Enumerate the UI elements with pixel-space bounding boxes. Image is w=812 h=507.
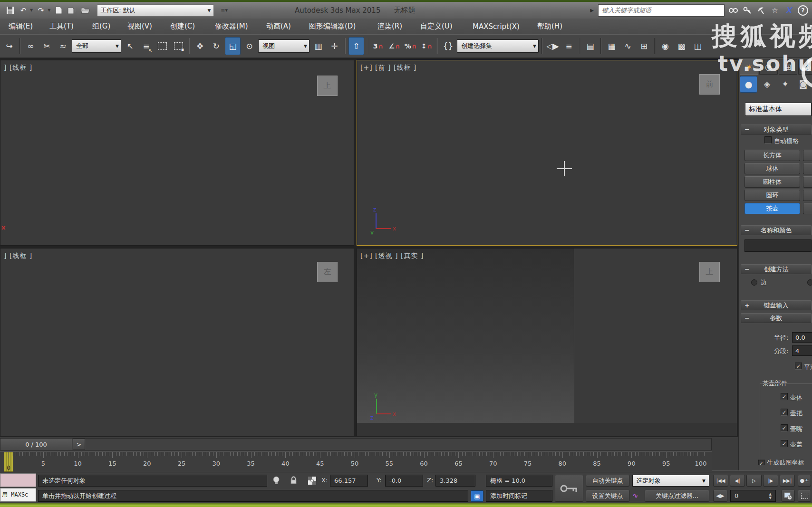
object-button-clipped[interactable] xyxy=(803,176,812,188)
y-coordinate-field[interactable]: -0.0 xyxy=(385,475,423,487)
object-name-input[interactable] xyxy=(744,239,812,252)
viewport-bottom-left[interactable]: ] [线框 ] 左 xyxy=(0,248,354,436)
menu-8[interactable]: 图形编辑器(D) xyxy=(306,19,358,34)
viewport-top-left[interactable]: ] [线框 ] 上 x xyxy=(0,60,354,246)
rollout-parameters[interactable]: − 参数 xyxy=(741,313,812,323)
infocenter-collapse-icon[interactable]: ▶ xyxy=(590,8,594,13)
fetch-icon[interactable] xyxy=(67,6,77,15)
redo-arrow-icon[interactable]: ↪ xyxy=(2,38,17,55)
time-configuration-button[interactable] xyxy=(782,490,795,502)
rollout-creation-method[interactable]: − 创建方法 xyxy=(741,264,812,274)
curve-editor-icon[interactable]: ∿ xyxy=(620,38,635,55)
current-frame-field[interactable]: 0 ▲▼ xyxy=(730,490,776,502)
use-pivot-center-icon[interactable]: ▥ xyxy=(311,38,326,55)
exchange-apps-icon[interactable]: X xyxy=(784,6,793,15)
ribbon-toggle-icon[interactable]: ▦ xyxy=(604,38,619,55)
frame-spinner[interactable]: ▲▼ xyxy=(769,492,772,500)
key-mode-toggle-button[interactable]: ◀▶ xyxy=(713,490,727,502)
key-curve-icon[interactable]: ∿ xyxy=(632,491,638,500)
selection-filter-dropdown[interactable]: 全部▼ xyxy=(72,39,121,53)
rect-selection-region-icon[interactable] xyxy=(155,38,170,55)
object-button-5[interactable]: 茶壶 xyxy=(744,203,800,214)
bind-to-spacewarp-icon[interactable]: ≈ xyxy=(56,38,70,55)
x-coordinate-field[interactable]: 66.157 xyxy=(330,475,368,487)
named-selection-dropdown[interactable]: 创建选择集▼ xyxy=(457,39,539,53)
save-icon[interactable] xyxy=(5,6,15,15)
go-to-start-button[interactable]: |◀◀ xyxy=(713,475,728,487)
viewcube-bottom-left[interactable]: 左 xyxy=(317,262,338,282)
zoom-keys-button[interactable]: ●± xyxy=(798,475,811,487)
edit-named-selection-icon[interactable]: {} xyxy=(441,38,455,55)
open-file-icon[interactable] xyxy=(80,6,90,15)
favorites-star-icon[interactable]: ☆ xyxy=(770,6,780,15)
redo-icon[interactable]: ↷ xyxy=(36,6,46,15)
schematic-view-icon[interactable]: ⊞ xyxy=(637,38,651,55)
time-slider-handle[interactable]: 0 / 100 xyxy=(0,439,72,450)
radius-field[interactable]: 0.0 xyxy=(792,332,812,343)
align-icon[interactable]: ≡ xyxy=(561,38,576,55)
mirror-icon[interactable]: ◁▶ xyxy=(545,38,560,55)
time-slider[interactable]: 0 / 100 > xyxy=(0,438,712,450)
select-and-move-icon[interactable]: ✥ xyxy=(193,38,207,55)
autogrid-checkbox[interactable] xyxy=(764,136,772,143)
menu-4[interactable]: 视图(V) xyxy=(125,19,155,34)
teapot-part-checkbox-3[interactable]: ✓ xyxy=(781,424,788,431)
tab-motion[interactable]: ◎ xyxy=(798,59,812,75)
select-by-name-icon[interactable]: ≡ xyxy=(139,38,154,55)
next-frame-button[interactable]: |▶ xyxy=(763,475,778,487)
category-lights[interactable]: ✦ xyxy=(777,76,793,92)
select-and-manipulate-icon[interactable]: ✛ xyxy=(327,38,342,55)
rollout-name-color[interactable]: − 名称和颜色 xyxy=(741,225,812,235)
workspace-flyout-icon[interactable]: ≡▾ xyxy=(221,7,228,13)
select-and-rotate-icon[interactable]: ↻ xyxy=(209,38,223,55)
snap-toggle-3d-icon[interactable]: 3 xyxy=(371,38,386,55)
menu-5[interactable]: 创建(C) xyxy=(167,19,198,34)
percent-snap-icon[interactable]: % xyxy=(403,38,418,55)
new-scene-icon[interactable] xyxy=(53,6,64,15)
select-object-icon[interactable]: ↖ xyxy=(123,38,137,55)
set-keys-button[interactable] xyxy=(555,475,583,502)
menu-12[interactable]: 帮助(H) xyxy=(534,19,565,34)
select-and-scale-icon[interactable]: ◱ xyxy=(225,37,241,55)
viewport-front-active[interactable]: [+] [前 ] [线框 ] 前 z x y xyxy=(357,60,737,246)
viewport-front-label[interactable]: [+] [前 ] [线框 ] xyxy=(360,64,416,72)
search-icon[interactable] xyxy=(729,6,738,15)
menu-7[interactable]: 动画(A) xyxy=(263,19,294,34)
render-setup-icon[interactable]: ▩ xyxy=(674,38,689,55)
menu-11[interactable]: MAXScript(X) xyxy=(470,19,522,34)
play-button[interactable]: ▷ xyxy=(746,475,762,487)
track-bar[interactable]: 0 51015202530354045505560657075808590951… xyxy=(0,451,712,472)
object-button-clipped[interactable] xyxy=(803,203,812,214)
redo-dropdown-caret[interactable]: ▼ xyxy=(48,8,50,12)
category-geometry[interactable]: ● xyxy=(740,76,757,93)
viewcube-top-left[interactable]: 上 xyxy=(317,76,338,96)
angle-snap-icon[interactable]: ∠ xyxy=(387,38,402,55)
smooth-checkbox[interactable]: ✓ xyxy=(795,363,802,370)
tab-create[interactable]: ✶ xyxy=(740,59,758,75)
adaptive-degradation-bulb-icon[interactable] xyxy=(271,475,281,486)
object-button-1[interactable]: 长方体 xyxy=(744,150,800,161)
viewport-perspective[interactable]: [+] [透视 ] [真实 ] 上 y x z xyxy=(357,248,737,436)
select-and-link-icon[interactable]: ∞ xyxy=(23,38,38,55)
viewcube-perspective[interactable]: 上 xyxy=(699,262,720,282)
rendered-frame-icon[interactable]: ◫ xyxy=(690,38,705,55)
teapot-part-checkbox-4[interactable]: ✓ xyxy=(781,440,788,447)
go-to-end-button[interactable]: ▶▶| xyxy=(780,475,795,487)
viewcube-front[interactable]: 前 xyxy=(699,74,720,95)
layer-manager-icon[interactable]: ▤ xyxy=(583,38,598,55)
key-filter-dropdown[interactable]: 选定对象 ▼ xyxy=(632,475,709,487)
menu-1[interactable]: 编辑(E) xyxy=(6,19,36,34)
teapot-part-checkbox-2[interactable]: ✓ xyxy=(781,409,788,416)
window-crossing-icon[interactable] xyxy=(171,38,186,55)
keyboard-override-button[interactable]: ⇧ xyxy=(348,37,364,55)
viewport-bottom-left-label[interactable]: ] [线框 ] xyxy=(4,252,32,260)
menu-9[interactable]: 渲染(R) xyxy=(375,19,405,34)
reference-coordinate-dropdown[interactable]: 视图▼ xyxy=(258,39,309,53)
spinner-snap-icon[interactable]: ↕ xyxy=(419,38,434,55)
object-button-clipped[interactable] xyxy=(803,150,812,161)
z-coordinate-field[interactable]: 3.328 xyxy=(435,475,475,487)
object-button-clipped[interactable] xyxy=(803,163,812,174)
menu-3[interactable]: 组(G) xyxy=(89,19,113,34)
absolute-mode-toggle-icon[interactable] xyxy=(306,475,318,486)
primitive-category-dropdown[interactable]: 标准基本体 xyxy=(745,103,812,116)
